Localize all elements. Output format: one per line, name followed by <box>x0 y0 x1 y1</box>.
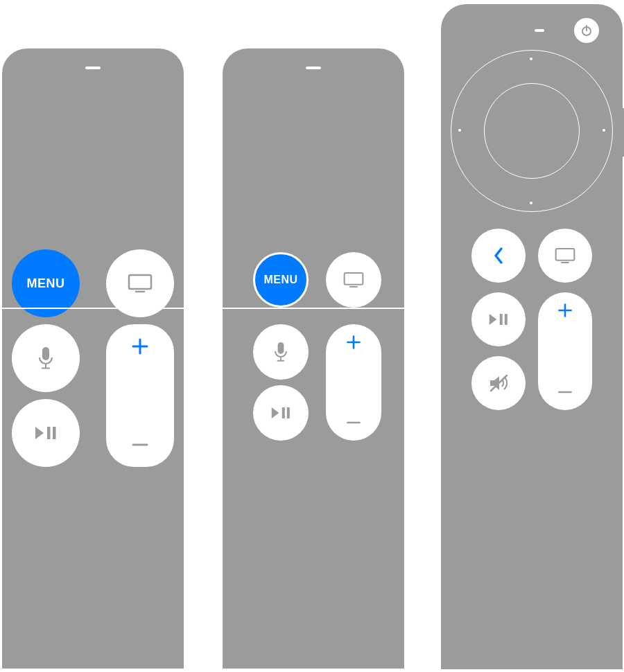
mute-icon <box>488 373 509 393</box>
volume-up-icon <box>345 334 362 351</box>
status-led <box>85 67 101 69</box>
power-icon <box>580 24 593 37</box>
svg-rect-2 <box>42 347 49 360</box>
tv-button[interactable] <box>326 252 381 308</box>
svg-rect-15 <box>282 407 285 418</box>
svg-rect-5 <box>47 427 51 439</box>
play-pause-button[interactable] <box>471 292 526 346</box>
volume-down-icon <box>130 435 150 454</box>
clickpad-dot-down <box>530 202 532 204</box>
volume-rocker[interactable] <box>326 324 381 441</box>
mic-icon <box>274 342 288 362</box>
mic-icon <box>38 346 53 370</box>
clickpad-dot-right <box>603 129 605 132</box>
divider <box>223 308 404 309</box>
power-button[interactable] <box>574 18 599 43</box>
volume-down-icon <box>345 414 362 431</box>
status-led <box>306 67 321 69</box>
tv-icon <box>343 272 364 288</box>
svg-rect-6 <box>53 427 56 439</box>
remote-1st-gen-large: MENU <box>2 48 184 669</box>
volume-down-icon <box>557 384 573 400</box>
chevron-left-icon <box>493 247 504 265</box>
mute-button[interactable] <box>471 356 526 410</box>
tv-icon <box>128 274 153 293</box>
back-button[interactable] <box>471 229 526 283</box>
play-pause-icon <box>488 312 509 326</box>
svg-rect-16 <box>287 407 290 418</box>
tv-button[interactable] <box>538 229 592 283</box>
play-pause-button[interactable] <box>12 399 80 467</box>
divider <box>2 308 184 309</box>
volume-rocker[interactable] <box>106 324 174 467</box>
tv-icon <box>555 247 575 264</box>
menu-label: MENU <box>263 274 297 286</box>
volume-rocker[interactable] <box>538 292 592 410</box>
clickpad-center[interactable] <box>484 83 580 179</box>
svg-rect-10 <box>345 273 363 285</box>
clickpad-dot-left <box>458 129 461 132</box>
svg-rect-24 <box>500 314 503 325</box>
clickpad-dot-up <box>530 58 532 60</box>
play-pause-icon <box>270 406 291 420</box>
volume-up-icon <box>557 302 573 319</box>
mic-button[interactable] <box>253 324 309 380</box>
play-pause-button[interactable] <box>253 385 309 441</box>
volume-up-icon <box>130 337 150 356</box>
remote-2nd-gen <box>441 4 623 669</box>
svg-rect-12 <box>278 342 284 354</box>
menu-button[interactable]: MENU <box>253 252 309 308</box>
menu-label: MENU <box>27 276 65 291</box>
status-led <box>535 29 544 32</box>
svg-rect-25 <box>505 314 508 325</box>
svg-rect-22 <box>556 249 575 260</box>
play-pause-icon <box>34 425 58 441</box>
remote-1st-gen-small: MENU <box>223 48 404 669</box>
mic-button[interactable] <box>12 324 80 392</box>
svg-rect-0 <box>129 275 151 289</box>
